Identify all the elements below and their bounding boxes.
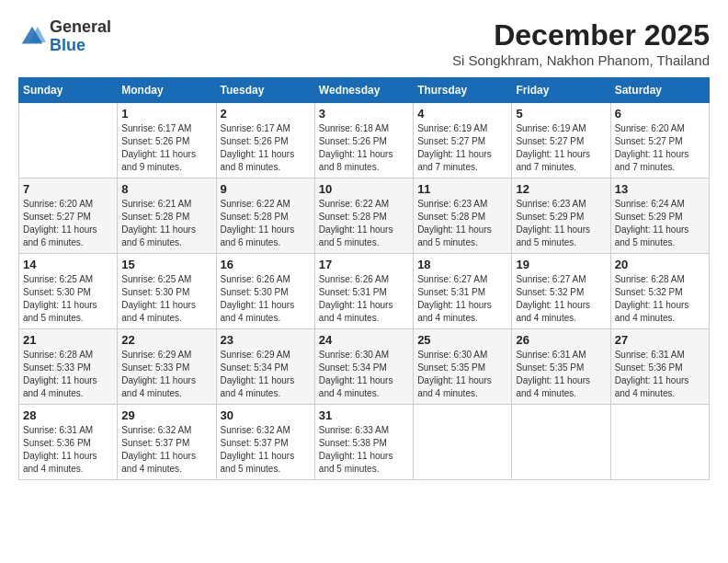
day-header-monday: Monday <box>118 78 216 103</box>
calendar-week-row: 1Sunrise: 6:17 AM Sunset: 5:26 PM Daylig… <box>19 103 710 178</box>
day-info: Sunrise: 6:28 AM Sunset: 5:33 PM Dayligh… <box>23 349 113 400</box>
calendar-cell: 28Sunrise: 6:31 AM Sunset: 5:36 PM Dayli… <box>19 405 118 480</box>
day-number: 11 <box>417 182 507 196</box>
day-info: Sunrise: 6:27 AM Sunset: 5:31 PM Dayligh… <box>417 273 507 325</box>
day-number: 7 <box>23 182 113 196</box>
day-number: 9 <box>221 182 311 196</box>
day-info: Sunrise: 6:32 AM Sunset: 5:37 PM Dayligh… <box>221 424 311 476</box>
calendar-cell: 15Sunrise: 6:25 AM Sunset: 5:30 PM Dayli… <box>118 254 216 329</box>
calendar-cell: 18Sunrise: 6:27 AM Sunset: 5:31 PM Dayli… <box>414 254 512 329</box>
calendar-cell: 25Sunrise: 6:30 AM Sunset: 5:35 PM Dayli… <box>414 329 512 405</box>
calendar-cell <box>19 103 118 178</box>
day-info: Sunrise: 6:20 AM Sunset: 5:27 PM Dayligh… <box>615 122 705 174</box>
day-number: 12 <box>516 182 606 196</box>
calendar-cell: 12Sunrise: 6:23 AM Sunset: 5:29 PM Dayli… <box>512 178 610 254</box>
calendar-cell: 29Sunrise: 6:32 AM Sunset: 5:37 PM Dayli… <box>118 405 216 480</box>
calendar-cell: 6Sunrise: 6:20 AM Sunset: 5:27 PM Daylig… <box>610 103 709 178</box>
calendar-cell: 1Sunrise: 6:17 AM Sunset: 5:26 PM Daylig… <box>118 103 216 178</box>
day-number: 31 <box>319 408 409 422</box>
logo-blue: Blue <box>50 37 111 55</box>
day-info: Sunrise: 6:22 AM Sunset: 5:28 PM Dayligh… <box>221 198 311 249</box>
calendar-cell: 16Sunrise: 6:26 AM Sunset: 5:30 PM Dayli… <box>216 254 314 329</box>
logo-text: General Blue <box>50 18 111 55</box>
day-number: 25 <box>417 333 507 347</box>
day-info: Sunrise: 6:25 AM Sunset: 5:30 PM Dayligh… <box>23 273 113 325</box>
calendar-cell: 20Sunrise: 6:28 AM Sunset: 5:32 PM Dayli… <box>610 254 709 329</box>
day-number: 5 <box>516 107 606 121</box>
calendar-cell: 24Sunrise: 6:30 AM Sunset: 5:34 PM Dayli… <box>314 329 413 405</box>
calendar-cell: 30Sunrise: 6:32 AM Sunset: 5:37 PM Dayli… <box>216 405 314 480</box>
day-number: 3 <box>319 107 409 121</box>
day-number: 8 <box>121 182 211 196</box>
day-number: 26 <box>516 333 606 347</box>
logo-general: General <box>50 18 111 37</box>
day-info: Sunrise: 6:29 AM Sunset: 5:34 PM Dayligh… <box>221 349 311 400</box>
calendar-cell: 23Sunrise: 6:29 AM Sunset: 5:34 PM Dayli… <box>216 329 314 405</box>
day-number: 4 <box>417 107 507 121</box>
calendar-cell: 19Sunrise: 6:27 AM Sunset: 5:32 PM Dayli… <box>512 254 610 329</box>
day-info: Sunrise: 6:24 AM Sunset: 5:29 PM Dayligh… <box>615 198 705 249</box>
day-info: Sunrise: 6:30 AM Sunset: 5:35 PM Dayligh… <box>417 349 507 400</box>
day-number: 30 <box>221 408 311 422</box>
day-info: Sunrise: 6:23 AM Sunset: 5:28 PM Dayligh… <box>417 198 507 249</box>
day-info: Sunrise: 6:32 AM Sunset: 5:37 PM Dayligh… <box>121 424 211 476</box>
day-info: Sunrise: 6:22 AM Sunset: 5:28 PM Dayligh… <box>319 198 409 249</box>
calendar-cell: 17Sunrise: 6:26 AM Sunset: 5:31 PM Dayli… <box>314 254 413 329</box>
calendar-cell: 3Sunrise: 6:18 AM Sunset: 5:26 PM Daylig… <box>314 103 413 178</box>
calendar-cell: 14Sunrise: 6:25 AM Sunset: 5:30 PM Dayli… <box>19 254 118 329</box>
calendar-week-row: 7Sunrise: 6:20 AM Sunset: 5:27 PM Daylig… <box>19 178 710 254</box>
calendar-cell: 7Sunrise: 6:20 AM Sunset: 5:27 PM Daylig… <box>19 178 118 254</box>
day-info: Sunrise: 6:17 AM Sunset: 5:26 PM Dayligh… <box>121 122 211 174</box>
calendar-cell: 27Sunrise: 6:31 AM Sunset: 5:36 PM Dayli… <box>610 329 709 405</box>
day-number: 28 <box>23 408 113 422</box>
day-info: Sunrise: 6:31 AM Sunset: 5:35 PM Dayligh… <box>516 349 606 400</box>
day-info: Sunrise: 6:26 AM Sunset: 5:31 PM Dayligh… <box>319 273 409 325</box>
day-number: 20 <box>615 258 705 271</box>
day-info: Sunrise: 6:30 AM Sunset: 5:34 PM Dayligh… <box>319 349 409 400</box>
day-number: 23 <box>221 333 311 347</box>
day-info: Sunrise: 6:29 AM Sunset: 5:33 PM Dayligh… <box>121 349 211 400</box>
day-number: 24 <box>319 333 409 347</box>
day-number: 27 <box>615 333 705 347</box>
day-info: Sunrise: 6:25 AM Sunset: 5:30 PM Dayligh… <box>121 273 211 325</box>
calendar-cell <box>414 405 512 480</box>
day-header-thursday: Thursday <box>414 78 512 103</box>
logo: General Blue <box>18 18 111 55</box>
day-info: Sunrise: 6:21 AM Sunset: 5:28 PM Dayligh… <box>121 198 211 249</box>
calendar-table: SundayMondayTuesdayWednesdayThursdayFrid… <box>18 77 710 480</box>
day-info: Sunrise: 6:26 AM Sunset: 5:30 PM Dayligh… <box>221 273 311 325</box>
day-header-tuesday: Tuesday <box>216 78 314 103</box>
day-header-sunday: Sunday <box>19 78 118 103</box>
day-number: 18 <box>417 258 507 271</box>
day-number: 6 <box>615 107 705 121</box>
calendar-week-row: 21Sunrise: 6:28 AM Sunset: 5:33 PM Dayli… <box>19 329 710 405</box>
month-title: December 2025 <box>452 18 710 52</box>
day-info: Sunrise: 6:18 AM Sunset: 5:26 PM Dayligh… <box>319 122 409 174</box>
day-info: Sunrise: 6:19 AM Sunset: 5:27 PM Dayligh… <box>417 122 507 174</box>
calendar-cell <box>512 405 610 480</box>
calendar-cell: 2Sunrise: 6:17 AM Sunset: 5:26 PM Daylig… <box>216 103 314 178</box>
title-block: December 2025 Si Songkhram, Nakhon Phano… <box>452 18 710 68</box>
calendar-cell: 9Sunrise: 6:22 AM Sunset: 5:28 PM Daylig… <box>216 178 314 254</box>
calendar-header-row: SundayMondayTuesdayWednesdayThursdayFrid… <box>19 78 710 103</box>
day-info: Sunrise: 6:27 AM Sunset: 5:32 PM Dayligh… <box>516 273 606 325</box>
day-info: Sunrise: 6:23 AM Sunset: 5:29 PM Dayligh… <box>516 198 606 249</box>
calendar-cell: 22Sunrise: 6:29 AM Sunset: 5:33 PM Dayli… <box>118 329 216 405</box>
day-info: Sunrise: 6:31 AM Sunset: 5:36 PM Dayligh… <box>23 424 113 476</box>
day-number: 17 <box>319 258 409 271</box>
day-number: 21 <box>23 333 113 347</box>
page-header: General Blue December 2025 Si Songkhram,… <box>18 18 710 68</box>
calendar-cell: 10Sunrise: 6:22 AM Sunset: 5:28 PM Dayli… <box>314 178 413 254</box>
day-number: 13 <box>615 182 705 196</box>
day-info: Sunrise: 6:19 AM Sunset: 5:27 PM Dayligh… <box>516 122 606 174</box>
calendar-cell: 11Sunrise: 6:23 AM Sunset: 5:28 PM Dayli… <box>414 178 512 254</box>
calendar-cell: 13Sunrise: 6:24 AM Sunset: 5:29 PM Dayli… <box>610 178 709 254</box>
location-title: Si Songkhram, Nakhon Phanom, Thailand <box>452 52 710 68</box>
day-number: 2 <box>221 107 311 121</box>
calendar-week-row: 28Sunrise: 6:31 AM Sunset: 5:36 PM Dayli… <box>19 405 710 480</box>
day-number: 14 <box>23 258 113 271</box>
calendar-week-row: 14Sunrise: 6:25 AM Sunset: 5:30 PM Dayli… <box>19 254 710 329</box>
day-header-saturday: Saturday <box>610 78 709 103</box>
day-header-friday: Friday <box>512 78 610 103</box>
day-number: 16 <box>221 258 311 271</box>
